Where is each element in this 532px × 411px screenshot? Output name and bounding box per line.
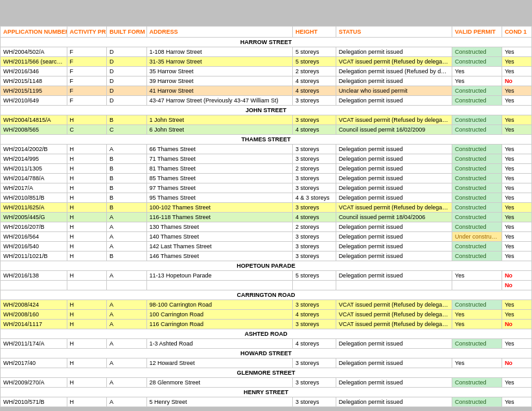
address-cell: 11-13 Hopetoun Parade	[146, 271, 293, 281]
table-row: WH/2014/1117HA116 Carrington Road3 store…	[1, 320, 532, 329]
table-row: WH/2015/1148FD39 Harrow Street4 storeysD…	[1, 76, 532, 86]
app-number-cell: WH/2016/346	[1, 67, 67, 76]
built-form-cell: D	[107, 47, 147, 57]
built-form-cell: B	[107, 164, 147, 174]
built-form-cell: A	[107, 213, 147, 222]
valid-permit-cell: Under construction	[452, 232, 502, 242]
activity-cell: H	[67, 174, 107, 183]
status-cell: Council issued permit 16/02/2009	[336, 125, 452, 135]
table-row: WH/2010/851/BHB95 Thames Street4 & 3 sto…	[1, 193, 532, 203]
activity-cell: H	[67, 115, 107, 125]
app-number-cell: WH/2014/1117	[1, 320, 67, 329]
built-form-cell: D	[107, 57, 147, 67]
street-header-row: GLENMORE STREET	[1, 368, 532, 378]
built-form-cell: A	[107, 300, 147, 310]
app-number-cell: WH/2010/649	[1, 96, 67, 106]
activity-cell: H	[67, 203, 107, 213]
street-header-row: ASHTED ROAD	[1, 329, 532, 339]
address-cell: 98-100 Carrington Road	[146, 300, 293, 310]
activity-cell: H	[67, 320, 107, 329]
street-header-row: HOWARD STREET	[1, 349, 532, 358]
street-name: HOPETOUN PARADE	[1, 261, 532, 271]
address-cell: 1 John Street	[146, 115, 293, 125]
col-header-cond[interactable]: COND 1	[502, 27, 531, 38]
cond-cell: Yes	[502, 67, 531, 76]
street-name: CARRINGTON ROAD	[1, 290, 532, 300]
cond-cell: Yes	[502, 154, 531, 164]
valid-permit-cell: Constructed	[452, 193, 502, 203]
col-header-built[interactable]: BUILT FORM PR	[107, 27, 147, 38]
col-header-height[interactable]: HEIGHT	[293, 27, 336, 38]
app-number-cell: WH/2011/1021/B	[1, 252, 67, 261]
cond-cell: Yes	[502, 57, 531, 67]
table-row: WH/2011/174/AHA1-3 Ashted Road4 storeysD…	[1, 339, 532, 349]
height-cell: 3 storeys	[293, 145, 336, 154]
height-cell: 3 storeys	[293, 242, 336, 252]
height-cell: 2 storeys	[293, 164, 336, 174]
status-cell: Delegation permit issued	[336, 96, 452, 106]
height-cell: 3 storeys	[293, 320, 336, 329]
cond-cell: Yes	[502, 164, 531, 174]
cond-cell: No	[502, 281, 531, 290]
table-row: WH/2014/2002/BHA66 Thames Street3 storey…	[1, 145, 532, 154]
address-cell: 116 Carrington Road	[146, 320, 293, 329]
built-form-cell: A	[107, 358, 147, 368]
built-form-cell: B	[107, 193, 147, 203]
valid-permit-cell: Constructed	[452, 174, 502, 183]
address-cell: 100-102 Thames Street	[146, 203, 293, 213]
address-cell: 140 Thames Street	[146, 232, 293, 242]
table-row: WH/2011/625/AHB100-102 Thames Street3 st…	[1, 203, 532, 213]
app-number-cell: WH/2004/14815/A	[1, 115, 67, 125]
height-cell: 5 storeys	[293, 47, 336, 57]
valid-permit-cell: Constructed	[452, 222, 502, 232]
cond-cell: Yes	[502, 397, 531, 407]
street-name: THAMES STREET	[1, 135, 532, 145]
status-cell: Delegation permit issued	[336, 378, 452, 388]
built-form-cell: D	[107, 67, 147, 76]
status-cell: Delegation permit issued	[336, 183, 452, 193]
address-cell: 95 Thames Street	[146, 193, 293, 203]
height-cell: 2 storeys	[293, 222, 336, 232]
built-form-cell: B	[107, 183, 147, 193]
address-cell: 12 Howard Street	[146, 358, 293, 368]
app-number-cell: WH/2009/270/A	[1, 378, 67, 388]
activity-cell: F	[67, 86, 107, 96]
status-cell: VCAT issued permit (Refused by delegatio…	[336, 115, 452, 125]
col-header-app[interactable]: APPLICATION NUMBER	[1, 27, 67, 38]
app-number-cell: WH/2016/564	[1, 232, 67, 242]
col-header-valid[interactable]: VALID PERMIT	[452, 27, 502, 38]
status-cell: Delegation permit issued	[336, 174, 452, 183]
valid-permit-cell: Yes	[452, 310, 502, 320]
address-cell: 100 Carrington Road	[146, 310, 293, 320]
status-cell: Delegation permit issued	[336, 252, 452, 261]
height-cell: 3 storeys	[293, 252, 336, 261]
status-cell: Delegation permit issued	[336, 193, 452, 203]
cond-cell: Yes	[502, 47, 531, 57]
valid-permit-cell: Constructed	[452, 397, 502, 407]
street-name: JOHN STREET	[1, 106, 532, 115]
street-name: HARROW STREET	[1, 38, 532, 47]
app-number-cell: WH/2010/571/B	[1, 397, 67, 407]
height-cell: 3 storeys	[293, 378, 336, 388]
activity-cell: H	[67, 339, 107, 349]
street-header-row: THAMES STREET	[1, 135, 532, 145]
valid-permit-cell: Constructed	[452, 203, 502, 213]
valid-permit-cell: Constructed	[452, 154, 502, 164]
activity-cell: H	[67, 193, 107, 203]
col-header-addr[interactable]: ADDRESS	[146, 27, 293, 38]
height-cell: 3 storeys	[293, 96, 336, 106]
height-cell: 4 storeys	[293, 339, 336, 349]
valid-permit-cell: Yes	[452, 67, 502, 76]
height-cell: 2 storeys	[293, 67, 336, 76]
valid-permit-cell: Constructed	[452, 378, 502, 388]
street-header-row: HOPETOUN PARADE	[1, 261, 532, 271]
activity-cell: H	[67, 271, 107, 281]
col-header-status[interactable]: STATUS	[336, 27, 452, 38]
address-cell: 41 Harrow Street	[146, 86, 293, 96]
activity-cell: C	[67, 125, 107, 135]
valid-permit-cell: Constructed	[452, 125, 502, 135]
cond-cell: Yes	[502, 232, 531, 242]
col-header-act[interactable]: ACTIVITY PRE	[67, 27, 107, 38]
built-form-cell: A	[107, 339, 147, 349]
address-cell: 6 John Street	[146, 125, 293, 135]
